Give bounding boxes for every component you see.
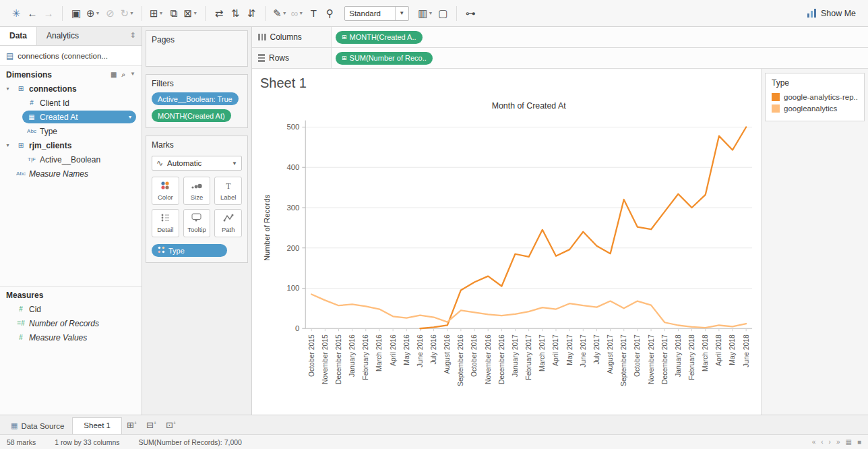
chevron-down-icon[interactable]: ▼ bbox=[428, 11, 433, 16]
pane-options-icon[interactable]: ⇕ bbox=[125, 27, 142, 45]
new-datasource-icon[interactable]: ⊕▼ bbox=[84, 6, 102, 21]
chevron-down-icon[interactable]: ▼ bbox=[96, 11, 100, 16]
size-button[interactable]: Size bbox=[183, 177, 211, 205]
pill-type-on-color[interactable]: Type bbox=[152, 244, 227, 257]
swap-rows-columns-icon[interactable]: ⇄ bbox=[211, 6, 227, 21]
chevron-down-icon[interactable]: ▼ bbox=[299, 11, 303, 16]
field-number-of-records[interactable]: =#Number of Records bbox=[0, 316, 142, 330]
field-measure-names[interactable]: AbcMeasure Names bbox=[0, 167, 142, 181]
tab-analytics[interactable]: Analytics bbox=[37, 27, 88, 45]
line-chart[interactable]: Month of Created AtNumber of Records0100… bbox=[260, 94, 757, 407]
field-active-boolean[interactable]: T|FActive__Boolean bbox=[0, 152, 142, 167]
show-mark-labels-icon[interactable]: T bbox=[305, 6, 321, 20]
legend-item-google-analytics-rep[interactable]: google-analytics-rep... bbox=[772, 93, 858, 101]
status-right-icons: «‹›»▦■ bbox=[812, 438, 861, 446]
field-connections[interactable]: ▾⊞connections bbox=[0, 82, 142, 96]
new-worksheet-icon[interactable]: ⊞▼ bbox=[148, 6, 166, 21]
columns-shelf-area[interactable]: ⊞MONTH(Created A.. bbox=[332, 27, 868, 47]
sort-ascending-icon[interactable]: ⇅ bbox=[227, 6, 243, 21]
tab-data[interactable]: Data bbox=[0, 27, 37, 45]
svg-text:May 2018: May 2018 bbox=[728, 334, 736, 365]
field-label: connections bbox=[29, 84, 77, 94]
pill-month-created-a[interactable]: ⊞MONTH(Created A.. bbox=[336, 31, 423, 44]
search-icon[interactable]: ⌕ bbox=[121, 71, 125, 79]
view-as-icon[interactable]: ▦ bbox=[111, 71, 117, 79]
chevron-down-icon[interactable]: ▼ bbox=[282, 11, 287, 16]
legend-item-googleanalytics[interactable]: googleanalytics bbox=[772, 104, 858, 113]
redo-icon[interactable]: → bbox=[40, 6, 57, 20]
series-line-googleanalytics[interactable] bbox=[311, 294, 746, 328]
save-icon[interactable]: ▣ bbox=[68, 6, 84, 21]
svg-text:July 2016: July 2016 bbox=[430, 334, 437, 365]
fix-axes-icon[interactable]: ⚲ bbox=[321, 6, 338, 21]
data-source-connection[interactable]: ▤ connections (connection... bbox=[0, 46, 142, 66]
chevron-down-icon[interactable]: ▼ bbox=[193, 11, 197, 16]
tableau-logo-icon[interactable]: ✳ bbox=[8, 6, 24, 21]
undo-icon[interactable]: ← bbox=[24, 6, 40, 20]
field-client-id[interactable]: #Client Id bbox=[0, 96, 142, 110]
show-me-button[interactable]: Show Me bbox=[807, 9, 860, 18]
path-icon bbox=[223, 213, 234, 224]
pill-sum-number-of-reco[interactable]: ⊞SUM(Number of Reco.. bbox=[336, 52, 433, 65]
swap-rows-columns-icon: ⇄ bbox=[215, 7, 224, 20]
filters-card[interactable]: Filters Active__Boolean: TrueMONTH(Creat… bbox=[146, 74, 248, 128]
refresh-icon[interactable]: ↻▼ bbox=[119, 6, 137, 21]
marks-card[interactable]: Marks ∿ Automatic ▼ ColorSizeTLabelDetai… bbox=[146, 136, 248, 263]
caret-down-icon[interactable]: ▾ bbox=[4, 142, 11, 148]
highlight-icon[interactable]: ✎▼ bbox=[271, 6, 289, 21]
caret-down-icon[interactable]: ▾ bbox=[4, 86, 11, 92]
sort-descending-icon[interactable]: ⇵ bbox=[243, 6, 259, 21]
data-pane: Data Analytics ⇕ ▤ connections (connecti… bbox=[0, 27, 142, 415]
new-story-tab-icon[interactable]: ⊡+ bbox=[161, 417, 181, 434]
columns-shelf[interactable]: Columns ⊞MONTH(Created A.. bbox=[252, 27, 868, 48]
color-legend[interactable]: Type google-analytics-rep...googleanalyt… bbox=[765, 73, 865, 121]
mark-type-dropdown[interactable]: ∿ Automatic ▼ bbox=[152, 156, 242, 171]
filmstrip-icon[interactable]: ■ bbox=[857, 438, 861, 446]
svg-text:October 2017: October 2017 bbox=[633, 334, 641, 377]
next-sheet-icon[interactable]: › bbox=[829, 438, 831, 446]
pause-updates-icon[interactable]: ⊘ bbox=[102, 6, 119, 21]
field-cid[interactable]: #Cid bbox=[0, 302, 142, 316]
sheet-sorter-icon[interactable]: ▦ bbox=[846, 438, 852, 446]
pill-active-boolean-true[interactable]: Active__Boolean: True bbox=[152, 92, 239, 105]
chevron-down-icon[interactable]: ▼ bbox=[232, 160, 237, 167]
field-measure-values[interactable]: #Measure Values bbox=[0, 330, 142, 345]
share-icon[interactable]: ⊶ bbox=[462, 6, 478, 21]
prev-sheet-icon[interactable]: ‹ bbox=[821, 438, 823, 446]
pill-month-created-at[interactable]: MONTH(Created At) bbox=[152, 109, 231, 122]
clear-sheet-icon[interactable]: ⊠▼ bbox=[182, 6, 200, 21]
field-wrap: =#Number of Records bbox=[11, 317, 142, 330]
tooltip-button[interactable]: Tooltip bbox=[183, 209, 211, 237]
detail-button[interactable]: Detail bbox=[152, 209, 179, 237]
chevron-down-icon[interactable]: ▼ bbox=[130, 71, 135, 79]
series-line-google-analytics-rep[interactable] bbox=[420, 127, 746, 328]
chevron-down-icon[interactable]: ▾ bbox=[125, 114, 133, 120]
duplicate-sheet-icon[interactable]: ⧉ bbox=[166, 6, 182, 21]
last-sheet-icon[interactable]: » bbox=[836, 438, 840, 446]
color-dots-icon bbox=[158, 246, 168, 255]
presentation-mode-icon[interactable]: ▢ bbox=[435, 6, 451, 21]
new-worksheet-tab-icon[interactable]: ⊞+ bbox=[122, 417, 142, 434]
rows-shelf[interactable]: Rows ⊞SUM(Number of Reco.. bbox=[252, 48, 868, 69]
chevron-down-icon[interactable]: ▼ bbox=[129, 11, 134, 16]
y-axis[interactable]: Number of Records0100200300400500 bbox=[263, 121, 752, 333]
group-members-icon[interactable]: ∞▼ bbox=[289, 6, 306, 20]
field-created-at[interactable]: ▦Created At▾ bbox=[0, 110, 142, 124]
tab-data-source[interactable]: ▦ Data Source bbox=[3, 418, 72, 434]
chevron-down-icon[interactable]: ▼ bbox=[159, 11, 164, 16]
label-button[interactable]: TLabel bbox=[214, 177, 242, 205]
field-rjm-clients[interactable]: ▾⊞rjm_clients bbox=[0, 138, 142, 152]
new-dashboard-tab-icon[interactable]: ⊟+ bbox=[142, 417, 161, 434]
path-button[interactable]: Path bbox=[214, 209, 242, 237]
x-axis[interactable]: October 2015November 2015December 2015Ja… bbox=[308, 328, 750, 386]
color-button[interactable]: Color bbox=[152, 177, 179, 205]
pages-card[interactable]: Pages bbox=[146, 30, 248, 67]
chevron-down-icon[interactable]: ▼ bbox=[395, 7, 404, 20]
tab-sheet-1[interactable]: Sheet 1 bbox=[72, 417, 122, 434]
first-sheet-icon[interactable]: « bbox=[812, 438, 816, 446]
field-type[interactable]: AbcType bbox=[0, 124, 142, 138]
rows-shelf-area[interactable]: ⊞SUM(Number of Reco.. bbox=[332, 48, 868, 68]
view-size-dropdown[interactable]: Standard ▼ bbox=[344, 6, 409, 21]
measures-header: Measures bbox=[0, 287, 142, 302]
fit-icon[interactable]: ▥▼ bbox=[416, 6, 435, 21]
